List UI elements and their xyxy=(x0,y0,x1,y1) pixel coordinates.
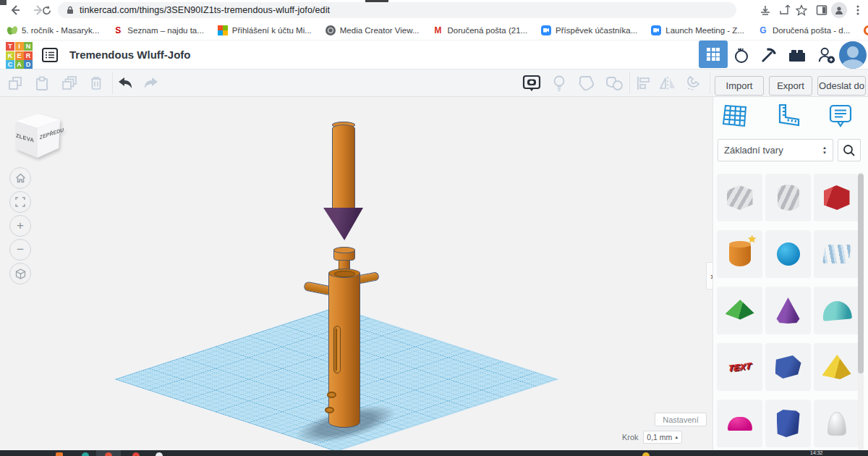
sprout-favicon xyxy=(7,25,17,35)
lightbulb-icon[interactable] xyxy=(550,75,569,92)
shape-text[interactable]: TEXT xyxy=(717,343,762,391)
shape-sphere[interactable] xyxy=(765,230,811,278)
panel-collapse-chevron[interactable]: › xyxy=(706,262,712,290)
workplane-tool-icon[interactable] xyxy=(720,101,749,130)
delete-icon[interactable] xyxy=(87,75,106,92)
snap-grid-select[interactable]: 0,1 mm ▴ xyxy=(643,431,682,444)
bookmark-star-icon[interactable] xyxy=(794,3,809,17)
panel-scrollbar[interactable] xyxy=(858,172,864,450)
settings-button[interactable]: Nastavení xyxy=(655,413,707,426)
side-panel-icon[interactable] xyxy=(814,3,829,17)
invite-user-icon[interactable] xyxy=(817,46,836,64)
send-to-button[interactable]: Odeslat do xyxy=(817,76,866,96)
perspective-toggle-button[interactable] xyxy=(9,263,31,284)
model-slot-groove xyxy=(333,326,341,373)
brick-icon[interactable] xyxy=(788,46,807,64)
shape-box[interactable] xyxy=(814,174,859,221)
back-icon[interactable] xyxy=(7,2,23,18)
zoom-in-button[interactable]: + xyxy=(9,215,31,237)
minecraft-pickaxe-icon[interactable] xyxy=(760,46,778,64)
sim-lab-icon[interactable] xyxy=(732,46,751,64)
view-cube[interactable]: ZLEVA ZEPŘEDU xyxy=(12,113,60,159)
fit-view-button[interactable] xyxy=(9,191,31,213)
bookmark[interactable]: Přihlášení k účtu Mi... xyxy=(218,25,312,35)
seznam-favicon: S xyxy=(113,25,123,35)
share-icon[interactable] xyxy=(778,3,792,17)
redo-icon[interactable] xyxy=(142,75,161,92)
bookmark-label: Přihlášení k účtu Mi... xyxy=(232,26,312,35)
taskbar-app-icon[interactable] xyxy=(156,452,163,456)
logo-letter: E xyxy=(15,51,24,60)
shape-round-roof[interactable] xyxy=(814,287,859,334)
duplicate-icon[interactable] xyxy=(60,75,79,92)
shape-cone[interactable] xyxy=(765,287,811,334)
notes-tool-icon[interactable] xyxy=(826,101,855,130)
undo-icon[interactable] xyxy=(116,75,135,92)
paste-icon[interactable] xyxy=(33,75,51,92)
bookmark[interactable]: Media Creator View... xyxy=(326,25,420,35)
model-upper-cylinder[interactable] xyxy=(332,124,355,211)
copy-icon[interactable] xyxy=(6,75,25,92)
model-guard-rim[interactable] xyxy=(328,269,360,278)
prism-shape-icon xyxy=(777,410,800,437)
zoom-favicon xyxy=(541,25,551,35)
shape-pyramid[interactable] xyxy=(814,343,859,391)
round-roof-shape-icon xyxy=(821,300,851,321)
bookmark[interactable]: Launch Meeting - Z... xyxy=(651,25,744,35)
shape-polygon[interactable] xyxy=(765,343,811,391)
cez-favicon xyxy=(864,25,868,35)
model-purple-cone[interactable] xyxy=(323,207,363,240)
half-sphere-shape-icon xyxy=(728,417,752,431)
view-3d-button[interactable] xyxy=(699,41,728,68)
install-icon[interactable] xyxy=(758,3,773,17)
magnet-icon[interactable] xyxy=(684,75,703,92)
shape-cylinder[interactable]: ★ xyxy=(717,230,762,278)
taskbar-app-icon[interactable] xyxy=(82,452,89,456)
shape-half-sphere[interactable] xyxy=(717,400,762,447)
logo-letter: R xyxy=(24,51,33,60)
bookmark[interactable]: GDoručená pošta - d... xyxy=(758,25,850,35)
tinkercad-logo[interactable]: TINKERCAD xyxy=(6,42,33,69)
group-icon[interactable] xyxy=(577,75,596,92)
mirror-icon[interactable] xyxy=(658,75,677,92)
browser-profile-avatar[interactable] xyxy=(831,2,847,18)
scribble-shape-icon xyxy=(822,245,851,263)
url-bar[interactable]: tinkercad.com/things/3SEN90IZ1ts-tremend… xyxy=(58,2,736,18)
home-view-button[interactable] xyxy=(9,167,31,189)
ruler-tool-icon[interactable] xyxy=(773,101,801,130)
export-button[interactable]: Export xyxy=(769,76,812,96)
shape-box-transparent[interactable] xyxy=(717,174,762,221)
bookmark[interactable]: MDoručená pošta (21... xyxy=(433,25,528,35)
show-all-icon[interactable] xyxy=(522,75,541,92)
scrollbar-thumb[interactable] xyxy=(858,174,864,373)
bookmark[interactable]: Příspěvek účastníka... xyxy=(541,25,637,35)
logo-letter: N xyxy=(24,42,33,51)
bookmark[interactable]: ČEZ ON-LINE xyxy=(864,25,868,35)
taskbar-app-icon[interactable] xyxy=(56,452,63,456)
shape-scribble[interactable] xyxy=(814,230,859,278)
shape-category-dropdown[interactable]: Základní tvary ▲▼ xyxy=(718,139,833,161)
taskbar-app-icon[interactable] xyxy=(132,452,140,456)
bookmark[interactable]: 5. ročník - Masaryk... xyxy=(7,25,99,35)
account-avatar[interactable] xyxy=(839,41,867,69)
shape-cylinder-transparent[interactable] xyxy=(765,174,811,221)
shape-roof[interactable] xyxy=(717,287,762,334)
shape-search-button[interactable] xyxy=(838,139,861,161)
caret-up-icon: ▴ xyxy=(675,434,678,440)
taskbar-app-icon[interactable] xyxy=(642,452,650,456)
viewport-3d[interactable]: ZLEVA ZEPŘEDU + − Nastavení Krok 0,1 mm … xyxy=(0,97,712,450)
shape-paraboloid[interactable] xyxy=(814,400,859,447)
ungroup-icon[interactable] xyxy=(605,75,624,92)
align-icon[interactable] xyxy=(634,75,652,92)
reload-icon[interactable] xyxy=(38,2,54,18)
design-menu-icon[interactable] xyxy=(41,47,59,63)
taskbar-app-icon[interactable] xyxy=(105,452,112,456)
model-knob-cap[interactable] xyxy=(333,248,355,261)
shape-prism[interactable] xyxy=(765,400,811,447)
zoom-out-button[interactable]: − xyxy=(9,239,31,261)
text-shape-icon: TEXT xyxy=(728,360,751,373)
import-button[interactable]: Import xyxy=(715,76,764,96)
bookmark[interactable]: SSeznam – najdu ta... xyxy=(113,25,203,35)
main-area: ZLEVA ZEPŘEDU + − Nastavení Krok 0,1 mm … xyxy=(0,97,868,450)
browser-menu-icon[interactable] xyxy=(851,3,865,17)
